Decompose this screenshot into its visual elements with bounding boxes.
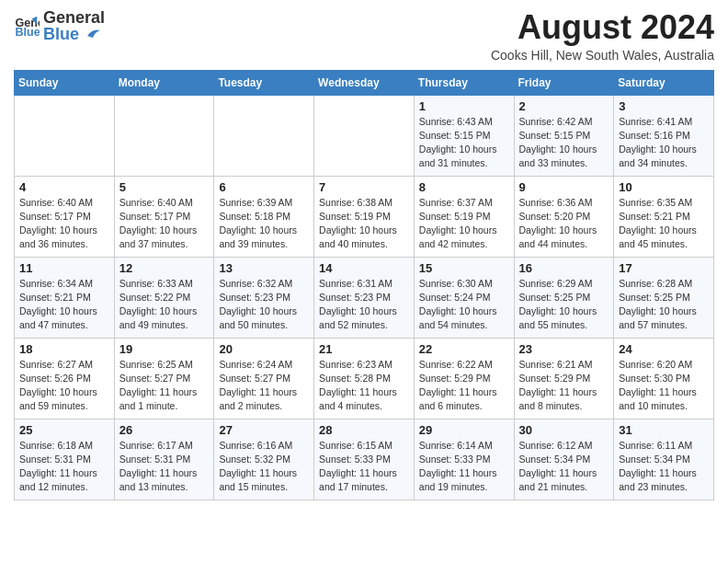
header-monday: Monday [114,70,214,95]
day-info: Sunrise: 6:18 AM Sunset: 5:31 PM Dayligh… [19,439,109,495]
calendar-week-row: 25Sunrise: 6:18 AM Sunset: 5:31 PM Dayli… [15,419,714,500]
calendar-cell: 19Sunrise: 6:25 AM Sunset: 5:27 PM Dayli… [114,338,214,419]
day-number: 14 [319,261,409,275]
day-number: 5 [119,180,210,194]
day-info: Sunrise: 6:40 AM Sunset: 5:17 PM Dayligh… [19,196,109,252]
calendar-cell: 6Sunrise: 6:39 AM Sunset: 5:18 PM Daylig… [214,176,314,257]
day-info: Sunrise: 6:11 AM Sunset: 5:34 PM Dayligh… [619,439,709,495]
logo-blue-text: Blue [43,26,79,44]
day-info: Sunrise: 6:28 AM Sunset: 5:25 PM Dayligh… [619,277,709,333]
calendar-cell: 24Sunrise: 6:20 AM Sunset: 5:30 PM Dayli… [614,338,714,419]
header-tuesday: Tuesday [214,70,314,95]
calendar-cell: 9Sunrise: 6:36 AM Sunset: 5:20 PM Daylig… [514,176,614,257]
calendar-week-row: 1Sunrise: 6:43 AM Sunset: 5:15 PM Daylig… [15,95,714,176]
day-number: 3 [619,99,709,113]
day-number: 4 [19,180,109,194]
day-info: Sunrise: 6:30 AM Sunset: 5:24 PM Dayligh… [419,277,509,333]
day-number: 20 [219,342,309,356]
page-header: General Blue General Blue August 2024 Co… [14,9,714,63]
day-info: Sunrise: 6:24 AM Sunset: 5:27 PM Dayligh… [219,358,309,414]
calendar-cell: 22Sunrise: 6:22 AM Sunset: 5:29 PM Dayli… [414,338,514,419]
day-number: 8 [419,180,509,194]
calendar-table: SundayMondayTuesdayWednesdayThursdayFrid… [14,70,714,500]
logo-bird-icon [82,27,102,43]
calendar-cell: 28Sunrise: 6:15 AM Sunset: 5:33 PM Dayli… [314,419,415,500]
svg-text:Blue: Blue [15,26,40,39]
calendar-cell: 23Sunrise: 6:21 AM Sunset: 5:29 PM Dayli… [514,338,614,419]
day-number: 7 [319,180,409,194]
day-info: Sunrise: 6:40 AM Sunset: 5:17 PM Dayligh… [119,196,210,252]
calendar-cell: 12Sunrise: 6:33 AM Sunset: 5:22 PM Dayli… [114,257,214,338]
day-info: Sunrise: 6:25 AM Sunset: 5:27 PM Dayligh… [119,358,210,414]
calendar-cell: 18Sunrise: 6:27 AM Sunset: 5:26 PM Dayli… [15,338,115,419]
calendar-cell [314,95,415,176]
day-number: 16 [519,261,609,275]
day-number: 11 [19,261,109,275]
day-number: 31 [619,423,709,437]
day-number: 13 [219,261,309,275]
logo-general-text: General [43,9,105,26]
day-number: 30 [519,423,609,437]
day-info: Sunrise: 6:21 AM Sunset: 5:29 PM Dayligh… [519,358,609,414]
calendar-cell: 25Sunrise: 6:18 AM Sunset: 5:31 PM Dayli… [15,419,115,500]
header-thursday: Thursday [414,70,514,95]
day-number: 6 [219,180,309,194]
day-number: 23 [519,342,609,356]
day-info: Sunrise: 6:27 AM Sunset: 5:26 PM Dayligh… [19,358,109,414]
day-number: 12 [119,261,210,275]
calendar-cell: 15Sunrise: 6:30 AM Sunset: 5:24 PM Dayli… [414,257,514,338]
day-number: 15 [419,261,509,275]
day-info: Sunrise: 6:14 AM Sunset: 5:33 PM Dayligh… [419,439,509,495]
day-number: 28 [319,423,409,437]
day-info: Sunrise: 6:17 AM Sunset: 5:31 PM Dayligh… [119,439,210,495]
day-number: 27 [219,423,309,437]
calendar-cell: 3Sunrise: 6:41 AM Sunset: 5:16 PM Daylig… [614,95,714,176]
day-number: 29 [419,423,509,437]
logo: General Blue General Blue [14,9,105,44]
calendar-cell: 20Sunrise: 6:24 AM Sunset: 5:27 PM Dayli… [214,338,314,419]
calendar-cell: 27Sunrise: 6:16 AM Sunset: 5:32 PM Dayli… [214,419,314,500]
calendar-cell: 21Sunrise: 6:23 AM Sunset: 5:28 PM Dayli… [314,338,415,419]
day-number: 1 [419,99,509,113]
day-info: Sunrise: 6:20 AM Sunset: 5:30 PM Dayligh… [619,358,709,414]
day-number: 9 [519,180,609,194]
day-info: Sunrise: 6:39 AM Sunset: 5:18 PM Dayligh… [219,196,309,252]
calendar-week-row: 4Sunrise: 6:40 AM Sunset: 5:17 PM Daylig… [15,176,714,257]
month-year-title: August 2024 [491,9,714,46]
header-sunday: Sunday [15,70,115,95]
calendar-cell [214,95,314,176]
calendar-cell: 31Sunrise: 6:11 AM Sunset: 5:34 PM Dayli… [614,419,714,500]
day-info: Sunrise: 6:29 AM Sunset: 5:25 PM Dayligh… [519,277,609,333]
calendar-cell: 30Sunrise: 6:12 AM Sunset: 5:34 PM Dayli… [514,419,614,500]
day-info: Sunrise: 6:38 AM Sunset: 5:19 PM Dayligh… [319,196,409,252]
day-number: 19 [119,342,210,356]
day-info: Sunrise: 6:15 AM Sunset: 5:33 PM Dayligh… [319,439,409,495]
title-block: August 2024 Cooks Hill, New South Wales,… [491,9,714,63]
day-number: 2 [519,99,609,113]
calendar-cell: 7Sunrise: 6:38 AM Sunset: 5:19 PM Daylig… [314,176,415,257]
header-friday: Friday [514,70,614,95]
logo-icon: General Blue [14,14,40,40]
day-info: Sunrise: 6:22 AM Sunset: 5:29 PM Dayligh… [419,358,509,414]
day-info: Sunrise: 6:35 AM Sunset: 5:21 PM Dayligh… [619,196,709,252]
calendar-cell: 16Sunrise: 6:29 AM Sunset: 5:25 PM Dayli… [514,257,614,338]
header-saturday: Saturday [614,70,714,95]
calendar-cell: 14Sunrise: 6:31 AM Sunset: 5:23 PM Dayli… [314,257,415,338]
day-number: 21 [319,342,409,356]
calendar-cell: 10Sunrise: 6:35 AM Sunset: 5:21 PM Dayli… [614,176,714,257]
day-info: Sunrise: 6:12 AM Sunset: 5:34 PM Dayligh… [519,439,609,495]
day-info: Sunrise: 6:23 AM Sunset: 5:28 PM Dayligh… [319,358,409,414]
day-info: Sunrise: 6:33 AM Sunset: 5:22 PM Dayligh… [119,277,210,333]
day-info: Sunrise: 6:42 AM Sunset: 5:15 PM Dayligh… [519,115,609,171]
day-number: 24 [619,342,709,356]
calendar-header-row: SundayMondayTuesdayWednesdayThursdayFrid… [15,70,714,95]
calendar-week-row: 11Sunrise: 6:34 AM Sunset: 5:21 PM Dayli… [15,257,714,338]
day-info: Sunrise: 6:32 AM Sunset: 5:23 PM Dayligh… [219,277,309,333]
calendar-cell: 26Sunrise: 6:17 AM Sunset: 5:31 PM Dayli… [114,419,214,500]
calendar-cell: 2Sunrise: 6:42 AM Sunset: 5:15 PM Daylig… [514,95,614,176]
calendar-cell: 17Sunrise: 6:28 AM Sunset: 5:25 PM Dayli… [614,257,714,338]
calendar-cell: 8Sunrise: 6:37 AM Sunset: 5:19 PM Daylig… [414,176,514,257]
day-info: Sunrise: 6:37 AM Sunset: 5:19 PM Dayligh… [419,196,509,252]
calendar-week-row: 18Sunrise: 6:27 AM Sunset: 5:26 PM Dayli… [15,338,714,419]
calendar-cell [114,95,214,176]
